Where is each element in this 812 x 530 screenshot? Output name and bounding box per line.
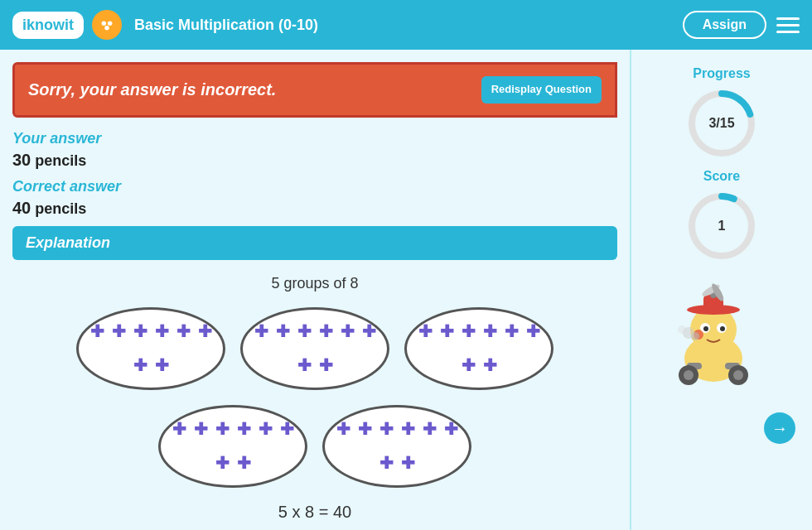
svg-point-25 [684, 370, 694, 380]
redisplay-button[interactable]: Redisplay Question [481, 76, 602, 104]
incorrect-text: Sorry, your answer is incorrect. [28, 80, 276, 99]
cross-5-7: ✚ [377, 454, 395, 472]
svg-point-21 [678, 325, 686, 334]
menu-icon[interactable] [776, 17, 800, 33]
sidebar: Progress 3/15 Score 1 [630, 50, 812, 530]
menu-line-3 [776, 31, 800, 33]
incorrect-banner: Sorry, your answer is incorrect. Redispl… [12, 62, 617, 118]
cross-3-1: ✚ [416, 322, 434, 340]
oval-5: ✚ ✚ ✚ ✚ ✚ ✚ ✚ ✚ [322, 405, 471, 488]
logo-text: iknowit [22, 17, 74, 34]
explanation-bar: Explanation [12, 226, 617, 260]
svg-point-17 [720, 326, 725, 331]
svg-point-2 [104, 26, 109, 30]
cross-1-8: ✚ [152, 356, 171, 374]
correct-answer-label: Correct answer [12, 178, 617, 195]
cross-4-5: ✚ [256, 420, 274, 438]
your-answer-number: 30 [12, 151, 31, 169]
cross-4-8: ✚ [234, 454, 253, 472]
visual-area: 5 groups of 8 ✚ ✚ ✚ ✚ ✚ ✚ ✚ ✚ ✚ ✚ ✚ [12, 275, 617, 522]
cross-3-7: ✚ [459, 356, 477, 374]
cross-5-3: ✚ [377, 420, 395, 438]
cross-5-1: ✚ [334, 420, 352, 438]
cross-5-2: ✚ [355, 420, 374, 438]
correct-answer-number: 40 [12, 199, 31, 217]
content-area: Sorry, your answer is incorrect. Redispl… [0, 50, 630, 530]
logo-icon [92, 10, 122, 40]
menu-line-2 [776, 24, 800, 26]
oval-4: ✚ ✚ ✚ ✚ ✚ ✚ ✚ ✚ [158, 405, 307, 488]
menu-line-1 [776, 17, 800, 20]
score-value: 1 [718, 219, 726, 234]
cross-3-6: ✚ [524, 322, 542, 340]
cross-1-6: ✚ [196, 322, 214, 340]
cross-2-5: ✚ [338, 322, 356, 340]
score-section: Score 1 [684, 169, 759, 263]
main-layout: Sorry, your answer is incorrect. Redispl… [0, 50, 812, 530]
cross-3-5: ✚ [502, 322, 520, 340]
logo-box: iknowit [12, 12, 84, 39]
your-answer-unit: pencils [35, 152, 86, 169]
header-title: Basic Multiplication (0-10) [134, 17, 683, 34]
progress-section: Progress 3/15 [684, 66, 759, 161]
cross-4-1: ✚ [170, 420, 188, 438]
cross-4-3: ✚ [213, 420, 231, 438]
correct-answer-unit: pencils [35, 200, 86, 217]
cross-4-6: ✚ [278, 420, 296, 438]
your-answer-label: Your answer [12, 130, 617, 147]
cross-2-4: ✚ [317, 322, 335, 340]
progress-value: 3/15 [708, 116, 734, 131]
cross-3-8: ✚ [481, 356, 499, 374]
cross-5-8: ✚ [399, 454, 417, 472]
assign-button[interactable]: Assign [683, 11, 766, 39]
cross-2-3: ✚ [295, 322, 313, 340]
cross-1-5: ✚ [174, 322, 192, 340]
oval-1: ✚ ✚ ✚ ✚ ✚ ✚ ✚ ✚ [76, 307, 225, 390]
your-answer-value: 30 pencils [12, 151, 617, 170]
ovals-container: ✚ ✚ ✚ ✚ ✚ ✚ ✚ ✚ ✚ ✚ ✚ ✚ ✚ ✚ ✚ ✚ [12, 307, 617, 488]
cross-2-7: ✚ [295, 356, 313, 374]
cross-3-2: ✚ [437, 322, 456, 340]
svg-point-16 [703, 326, 708, 331]
cross-1-7: ✚ [131, 356, 149, 374]
cross-1-1: ✚ [88, 322, 106, 340]
cross-5-6: ✚ [442, 420, 460, 438]
cross-2-1: ✚ [252, 322, 270, 340]
mascot-svg [647, 280, 780, 396]
cross-1-4: ✚ [152, 322, 171, 340]
nav-button[interactable]: → [764, 412, 795, 444]
cross-2-6: ✚ [360, 322, 378, 340]
score-ring: 1 [684, 189, 759, 263]
equation-label: 5 x 8 = 40 [12, 503, 617, 522]
nav-icon: → [771, 419, 788, 438]
cross-1-3: ✚ [131, 322, 149, 340]
correct-answer-value: 40 pencils [12, 199, 617, 218]
explanation-label: Explanation [26, 234, 110, 251]
header: iknowit Basic Multiplication (0-10) Assi… [0, 0, 812, 50]
groups-label: 5 groups of 8 [12, 275, 617, 292]
svg-point-1 [108, 21, 113, 26]
oval-2: ✚ ✚ ✚ ✚ ✚ ✚ ✚ ✚ [240, 307, 389, 390]
cross-4-4: ✚ [234, 420, 253, 438]
cross-5-4: ✚ [399, 420, 417, 438]
svg-point-27 [733, 370, 743, 380]
cross-4-2: ✚ [191, 420, 210, 438]
cross-1-2: ✚ [109, 322, 128, 340]
cross-2-8: ✚ [317, 356, 335, 374]
cross-5-5: ✚ [420, 420, 438, 438]
cross-3-4: ✚ [481, 322, 499, 340]
score-label: Score [703, 169, 740, 184]
svg-point-0 [102, 21, 106, 26]
oval-3: ✚ ✚ ✚ ✚ ✚ ✚ ✚ ✚ [404, 307, 553, 390]
cross-2-2: ✚ [273, 322, 292, 340]
progress-label: Progress [693, 66, 750, 81]
cross-3-3: ✚ [459, 322, 477, 340]
cross-4-7: ✚ [213, 454, 231, 472]
mascot-area [647, 280, 796, 404]
progress-ring: 3/15 [684, 86, 759, 161]
